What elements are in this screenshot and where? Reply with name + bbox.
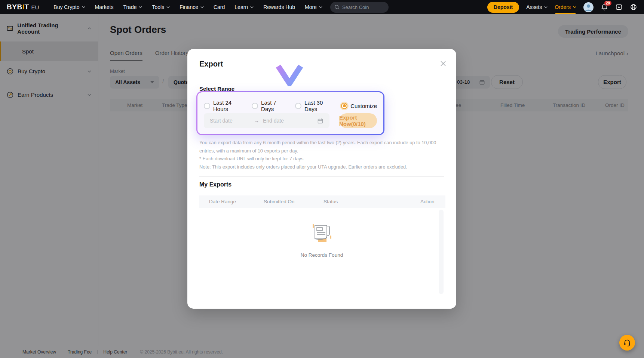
radio-last-7-days[interactable]: Last 7 Days [252,99,285,112]
note-line: * Each download URL will only be kept fo… [199,155,447,163]
menu-rewards-hub[interactable]: Rewards Hub [258,0,300,14]
search-input[interactable]: Search Coin [330,2,389,13]
radio-customize[interactable]: Customize [341,103,377,109]
user-avatar[interactable] [583,2,594,12]
radio-circle-icon [252,103,258,109]
logo-text: BYBIT [7,3,29,11]
radio-circle-icon [295,103,301,109]
date-picker-row: Start date → End date Export Now(0/10) [204,113,377,128]
navbar-right: Deposit Assets Orders 20 [487,0,637,14]
top-navbar: BYBIT EU Buy Crypto Markets Trade Tools … [0,0,644,14]
export-modal: Export Select Range Last 24 Hours Last 7… [187,49,456,309]
end-date-placeholder: End date [263,118,284,124]
note-line: You can export data from any 6-month per… [199,139,447,155]
menu-learn[interactable]: Learn [230,0,258,14]
range-options: Last 24 Hours Last 7 Days Last 30 Days C… [204,99,377,112]
column-action: Action [420,199,435,204]
menu-more[interactable]: More [300,0,327,14]
empty-state-text: No Records Found [187,252,456,258]
language-button[interactable] [630,3,637,11]
notification-badge: 20 [604,1,611,6]
chevron-down-icon [166,6,170,8]
chevron-down-icon [200,6,204,8]
search-icon [334,4,340,10]
menu-finance[interactable]: Finance [175,0,209,14]
menu-markets[interactable]: Markets [90,0,119,14]
exports-scrollbar[interactable] [439,210,444,294]
range-arrow: → [254,118,259,124]
chevron-down-icon [82,6,85,8]
radio-circle-icon [204,103,210,109]
export-now-button[interactable]: Export Now(0/10) [339,113,377,128]
start-date-placeholder: Start date [210,118,254,124]
column-date-range: Date Range [209,199,236,204]
chevron-down-icon [250,6,254,8]
date-range-input[interactable]: Start date → End date [204,113,329,128]
search-placeholder: Search Coin [342,4,369,10]
globe-icon [630,3,637,11]
chevron-down-icon [139,6,142,8]
exports-table-header: Date Range Submitted On Status Action [199,195,445,208]
modal-title: Export [199,60,223,68]
chevron-down-icon [319,6,322,8]
chevron-down-icon [573,6,576,8]
radio-last-24-hours[interactable]: Last 24 Hours [204,99,242,112]
column-status: Status [323,199,338,204]
bybit-logo[interactable]: BYBIT EU [7,3,39,11]
main-menu: Buy Crypto Markets Trade Tools Finance C… [49,0,327,14]
calendar-icon [317,118,323,124]
headset-icon [623,339,631,347]
notifications-button[interactable]: 20 [601,3,608,11]
menu-card[interactable]: Card [209,0,230,14]
column-submitted-on: Submitted On [264,199,295,204]
radio-last-30-days[interactable]: Last 30 Days [295,99,331,112]
screen: BYBIT EU Buy Crypto Markets Trade Tools … [0,0,644,358]
downloads-button[interactable] [615,3,623,11]
section-divider [199,176,444,177]
menu-buy-crypto[interactable]: Buy Crypto [49,0,90,14]
my-exports-title: My Exports [199,181,231,188]
radio-selected-icon [341,103,347,109]
close-icon [440,61,446,67]
deposit-button[interactable]: Deposit [487,2,519,13]
download-tray-icon [615,3,623,11]
tutorial-highlight-box: Last 24 Hours Last 7 Days Last 30 Days C… [196,91,384,135]
chevron-down-icon [544,6,548,8]
menu-tools[interactable]: Tools [147,0,175,14]
export-notes: You can export data from any 6-month per… [199,139,447,171]
range-panel: Last 24 Hours Last 7 Days Last 30 Days C… [197,92,383,134]
purple-arrow-down-icon [275,50,304,86]
empty-state: No Records Found [187,222,456,258]
close-button[interactable] [439,60,447,67]
menu-trade[interactable]: Trade [118,0,147,14]
assets-menu[interactable]: Assets [526,0,548,14]
document-illustration [310,222,334,245]
support-chat-button[interactable] [619,335,635,351]
orders-menu[interactable]: Orders [555,0,576,14]
person-icon [583,2,594,12]
note-line: Note: This export includes only orders p… [199,163,447,171]
logo-region: EU [31,4,39,10]
